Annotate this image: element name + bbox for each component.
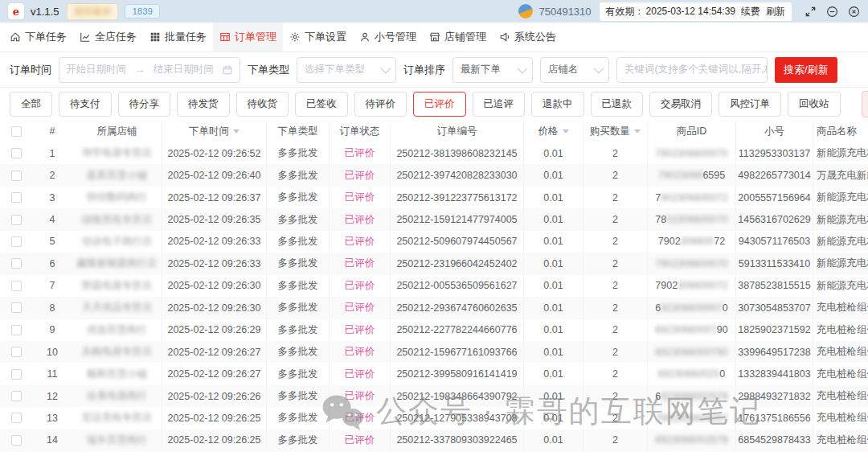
keyword-input[interactable]: 关键词(支持多个关键词以,隔开,标注模糊的不 [616, 57, 768, 83]
status-tab-待发货[interactable]: 待发货 [177, 92, 230, 117]
row-checkbox[interactable] [11, 413, 22, 423]
row-checkbox[interactable] [11, 391, 22, 401]
row-checkbox[interactable] [11, 236, 22, 247]
cell-shop: 宏达充电专营店 [72, 407, 162, 429]
status-tab-待支付[interactable]: 待支付 [59, 92, 112, 117]
status-tab-已追评[interactable]: 已追评 [473, 92, 526, 117]
shop-name-masked: 星辰百货小铺 [87, 169, 147, 183]
status-tab-已退款[interactable]: 已退款 [591, 92, 644, 117]
sort-down-icon[interactable] [634, 129, 641, 134]
status-tab-退款中[interactable]: 退款中 [531, 92, 584, 117]
row-checkbox[interactable] [11, 171, 22, 181]
cell-price: 0.01 [524, 253, 583, 274]
date-range-input[interactable]: 开始日期时间 → 结束日期时间 [59, 57, 240, 83]
status-tab-已签收[interactable]: 已签收 [295, 92, 348, 117]
row-checkbox[interactable] [11, 281, 22, 291]
cell-price: 0.01 [524, 164, 583, 186]
column-header-price[interactable]: 价格 [524, 120, 583, 142]
shop-name-select[interactable]: 店铺名 [540, 57, 609, 83]
user-icon [359, 31, 371, 43]
row-checkbox[interactable] [11, 302, 22, 313]
cell-checkbox [0, 429, 32, 451]
sync-order-details-button[interactable]: 同步订单详情 [862, 91, 868, 117]
sort-down-icon[interactable] [233, 129, 240, 134]
app-version: v1.1.5 [31, 6, 59, 18]
row-checkbox[interactable] [11, 148, 22, 158]
minimize-icon[interactable] [826, 6, 838, 18]
cell-order-type: 多多批发 [267, 142, 330, 164]
nav-tab-shop-manage[interactable]: 店铺管理 [423, 23, 493, 51]
row-checkbox[interactable] [11, 215, 22, 225]
status-tab-待评价[interactable]: 待评价 [354, 92, 407, 117]
row-checkbox[interactable] [11, 369, 22, 380]
row-checkbox[interactable] [11, 325, 22, 335]
refresh-link[interactable]: 刷新 [766, 5, 785, 18]
app-logo: e [8, 3, 24, 19]
status-tab-全部[interactable]: 全部 [10, 92, 52, 117]
nav-tab-order-settings[interactable]: 下单设置 [283, 23, 353, 51]
product-id-masked: 92306600007 [661, 302, 722, 314]
cell-product-id: 6923066002579 [648, 385, 736, 407]
nav-tab-store-task[interactable]: 全店任务 [73, 23, 143, 51]
cell-price: 0.01 [524, 208, 583, 230]
shop-name-masked: 佳美电器商行 [87, 389, 147, 403]
nav-tab-label: 订单管理 [235, 30, 276, 44]
cell-product-name: 充电桩枪组件 [813, 385, 868, 407]
row-checkbox[interactable] [11, 435, 22, 446]
close-icon[interactable] [848, 6, 860, 18]
status-tab-已评价[interactable]: 已评价 [413, 92, 466, 117]
fullscreen-icon[interactable] [805, 6, 817, 18]
cell-product-id: 6923066000790 [648, 341, 736, 363]
row-checkbox[interactable] [11, 192, 22, 203]
row-checkbox[interactable] [11, 347, 22, 357]
gear-icon [289, 31, 301, 43]
cell-product-name: 充电桩枪组件 [813, 319, 868, 341]
arrow-right-icon: → [134, 64, 145, 76]
cell-qty: 2 [583, 385, 648, 407]
status-tab-回收站[interactable]: 回收站 [788, 92, 841, 117]
column-header-status: 订单状态 [330, 120, 391, 142]
nav-tab-batch-task[interactable]: 批量任务 [143, 23, 213, 51]
cell-qty: 2 [583, 164, 648, 186]
select-all-checkbox[interactable] [11, 126, 22, 137]
cell-index: 14 [32, 429, 72, 451]
cell-sub-account: 1456316702629 [736, 208, 813, 230]
cell-checkbox [0, 363, 32, 384]
cell-index: 8 [32, 297, 72, 318]
cell-index: 9 [32, 319, 72, 341]
product-id-masked: 902306600072 [661, 192, 727, 203]
column-header-time[interactable]: 下单时间 [162, 120, 267, 142]
nav-tab-order-manage[interactable]: 订单管理 [213, 23, 283, 51]
renew-link[interactable]: 续费 [741, 5, 760, 18]
nav-tab-account-manage[interactable]: 小号管理 [353, 23, 423, 51]
table-row: 8天天优品专营店2025-02-12 09:26:30多多批发已评价250212… [0, 297, 868, 318]
row-checkbox[interactable] [11, 258, 22, 269]
table-row: 14瑞丰百货商行2025-02-12 09:26:25多多批发已评价250212… [0, 429, 868, 451]
cell-checkbox [0, 231, 32, 253]
cell-product-name: 充电桩枪组件 [813, 429, 868, 451]
cell-price: 0.01 [524, 275, 583, 297]
product-id-masked: 69230660025 [658, 368, 719, 380]
cell-checkbox [0, 208, 32, 230]
status-tab-待分享[interactable]: 待分享 [118, 92, 171, 117]
sort-down-icon[interactable] [563, 129, 569, 134]
nav-tab-order-task[interactable]: 下单任务 [3, 23, 73, 51]
cell-shop: 瑞丰百货商行 [72, 429, 162, 451]
search-refresh-button[interactable]: 搜索/刷新 [775, 57, 837, 83]
status-tab-待收货[interactable]: 待收货 [236, 92, 289, 117]
nav-tab-announcements[interactable]: 系统公告 [493, 23, 563, 51]
cell-order-status: 已评价 [330, 429, 391, 451]
avatar[interactable] [518, 4, 533, 18]
status-tab-风控订单[interactable]: 风控订单 [719, 92, 781, 117]
table-row: 2星辰百货小铺2025-02-12 09:26:40多多批发已评价250212-… [0, 164, 868, 186]
version-badge: 独享版本 [67, 3, 118, 20]
shop-name-masked: 天天优品专营店 [82, 301, 153, 314]
status-tab-交易取消[interactable]: 交易取消 [649, 92, 712, 117]
cell-price: 0.01 [524, 407, 583, 429]
cell-order-type: 多多批发 [267, 407, 330, 429]
cell-order-status: 已评价 [330, 253, 391, 274]
column-header-qty[interactable]: 购买数量 [583, 120, 648, 142]
order-sort-select[interactable]: 最新下单 [452, 57, 533, 83]
order-type-select[interactable]: 选择下单类型 [297, 57, 396, 83]
table-row: 11顺和百货小铺2025-02-12 09:26:27多多批发已评价250212… [0, 363, 868, 384]
